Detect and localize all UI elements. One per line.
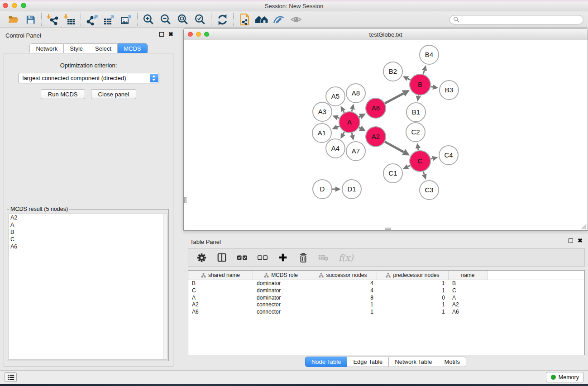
graph-edge-C-C3[interactable] (423, 172, 424, 175)
table-cell[interactable]: dominator (253, 280, 309, 287)
table-cell[interactable]: 1 (377, 280, 449, 287)
graph-edge-A-A3[interactable] (338, 118, 339, 118)
table-cell[interactable]: A2 (449, 301, 488, 309)
table-settings-button[interactable] (196, 252, 207, 263)
table-row[interactable]: Bdominator41B (188, 280, 584, 287)
column-header-successor-nodes[interactable]: successor nodes (309, 271, 377, 280)
zoom-fit-button[interactable] (174, 13, 191, 26)
minimize-window-button[interactable] (12, 3, 17, 8)
show-hide-eye-button[interactable] (287, 13, 305, 26)
mcds-result-item[interactable]: A6 (9, 243, 167, 250)
zoom-selected-button[interactable] (191, 13, 209, 26)
scrollbar-track[interactable] (163, 214, 167, 359)
graph-edge-A6-B[interactable] (385, 93, 403, 103)
mcds-result-item[interactable]: B (9, 229, 167, 236)
graph-edge-B-B2[interactable] (408, 79, 411, 80)
node-table[interactable]: shared nameMCDS rolesuccessor nodesprede… (188, 270, 585, 355)
graph-edge-A-A7[interactable] (352, 133, 352, 135)
criterion-dropdown[interactable]: largest connected component (directed) (18, 73, 159, 83)
tab-node-table[interactable]: Node Table (305, 357, 348, 367)
float-table-panel-icon[interactable] (569, 238, 573, 243)
graph-edge-A-A5[interactable] (343, 111, 344, 113)
table-cell[interactable]: 1 (377, 309, 449, 316)
save-session-button[interactable] (22, 13, 39, 26)
hide-annotations-button[interactable] (270, 13, 287, 26)
tab-select[interactable]: Select (89, 43, 118, 54)
tab-motifs[interactable]: Motifs (438, 357, 466, 367)
table-row[interactable]: Cdominator41C (188, 287, 584, 295)
table-row[interactable]: A6connector11A6 (188, 309, 584, 316)
table-cell[interactable]: 0 (377, 295, 449, 302)
column-header-predecessor-nodes[interactable]: predecessor nodes (377, 271, 449, 280)
column-header-shared-name[interactable]: shared name (188, 271, 253, 280)
task-history-button[interactable] (5, 372, 17, 382)
table-row[interactable]: Adominator80A (188, 295, 584, 302)
network-graph[interactable]: B4B2BB3A5A8A6A3B1AA1C2A2A4A7C4CC1C3DD1 (184, 41, 588, 231)
graph-edge-B-B4[interactable] (423, 71, 425, 74)
search-field[interactable] (449, 15, 583, 24)
graph-edge-A-A6[interactable] (359, 116, 360, 117)
table-cell[interactable]: B (188, 280, 253, 287)
mcds-result-list[interactable]: A2ABCA6 (8, 214, 167, 360)
column-header-name[interactable]: name (449, 271, 488, 280)
table-cell[interactable]: 8 (309, 295, 377, 302)
unselect-all-columns-button[interactable] (257, 252, 268, 263)
table-cell[interactable]: connector (253, 301, 309, 309)
table-row[interactable]: A2connector11A2 (188, 301, 584, 309)
memory-button[interactable]: Memory (546, 372, 584, 382)
table-cell[interactable]: C (449, 287, 488, 295)
run-mcds-button[interactable]: Run MCDS (41, 89, 85, 99)
graph-edge-A-A4[interactable] (343, 132, 344, 134)
graph-edge-A-A2[interactable] (359, 128, 360, 129)
import-network-button[interactable] (44, 13, 61, 26)
table-cell[interactable]: 1 (377, 301, 449, 309)
close-window-button[interactable] (3, 3, 8, 8)
table-cell[interactable]: 1 (309, 309, 377, 316)
tab-network[interactable]: Network (29, 43, 64, 54)
table-cell[interactable]: A (449, 295, 488, 302)
show-columns-button[interactable] (216, 252, 227, 263)
export-table-button[interactable] (100, 13, 118, 26)
table-cell[interactable]: dominator (253, 295, 309, 302)
resize-grip-icon[interactable] (581, 224, 587, 229)
create-column-button[interactable] (277, 252, 288, 263)
graph-edge-A2-C[interactable] (385, 142, 404, 152)
table-cell[interactable]: 4 (309, 287, 377, 295)
close-panel-icon[interactable]: ✖ (168, 32, 173, 37)
table-cell[interactable]: 1 (309, 301, 377, 309)
import-table-button[interactable] (61, 13, 78, 26)
network-minimize-button[interactable] (196, 32, 201, 37)
zoom-out-button[interactable] (157, 13, 174, 26)
tab-style[interactable]: Style (64, 43, 89, 54)
maximize-window-button[interactable] (21, 3, 26, 8)
new-network-from-selection-button[interactable] (236, 13, 253, 26)
horizontal-scrollbar-thumb[interactable] (385, 228, 391, 230)
tab-mcds[interactable]: MCDS (118, 43, 147, 54)
graph-edge-C-C2[interactable] (418, 148, 419, 151)
open-session-button[interactable] (5, 13, 22, 26)
vertical-scrollbar-thumb[interactable] (184, 197, 186, 203)
export-image-button[interactable] (118, 13, 135, 26)
table-cell[interactable]: B (449, 280, 488, 287)
table-cell[interactable]: A6 (188, 309, 253, 316)
delete-columns-button[interactable] (298, 252, 309, 263)
table-cell[interactable]: 4 (309, 280, 377, 287)
select-all-columns-button[interactable] (237, 252, 248, 263)
table-cell[interactable]: A2 (188, 301, 253, 309)
network-window-titlebar[interactable]: testGlobe.txt (184, 29, 588, 40)
graph-edge-A-A1[interactable] (337, 126, 339, 127)
table-cell[interactable]: A6 (449, 309, 488, 316)
column-header-MCDS-role[interactable]: MCDS role (253, 271, 309, 280)
network-maximize-button[interactable] (204, 32, 209, 37)
tab-network-table[interactable]: Network Table (389, 357, 438, 367)
mcds-result-item[interactable]: A (9, 221, 167, 229)
float-panel-icon[interactable] (159, 32, 164, 37)
graph-edge-A-A8[interactable] (352, 109, 352, 111)
table-cell[interactable]: C (188, 287, 253, 295)
zoom-in-button[interactable] (140, 13, 157, 26)
mcds-result-item[interactable]: C (9, 236, 167, 243)
network-close-button[interactable] (188, 32, 193, 37)
function-builder-button[interactable]: f(x) (339, 252, 354, 263)
table-cell[interactable]: 1 (377, 287, 449, 295)
network-canvas[interactable]: B4B2BB3A5A8A6A3B1AA1C2A2A4A7C4CC1C3DD1 (184, 41, 587, 230)
